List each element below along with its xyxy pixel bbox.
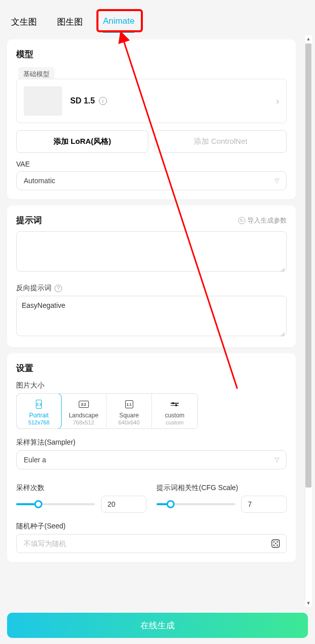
tab-animate[interactable]: Animate: [100, 12, 137, 32]
sliders-icon: [171, 403, 179, 406]
import-label: 导入生成参数: [247, 216, 287, 225]
help-icon[interactable]: ?: [55, 285, 62, 292]
sampler-value: Euler a: [24, 456, 46, 464]
cfg-label: 提示词相关性(CFG Scale): [156, 484, 287, 493]
size-option-custom[interactable]: customcustom: [152, 394, 197, 428]
svg-point-6: [277, 545, 278, 546]
model-name: SD 1.5: [70, 96, 95, 105]
size-option-landscape[interactable]: 3:2Landscape768x512: [61, 394, 107, 428]
size-name: Square: [109, 412, 149, 419]
aspect-ratio-icon: 2:3: [36, 400, 42, 409]
cfg-slider[interactable]: [156, 499, 235, 510]
add-controlnet-button[interactable]: 添加 ControlNet: [154, 130, 287, 153]
size-dimensions: 512x768: [19, 419, 59, 425]
size-name: Landscape: [63, 412, 104, 419]
svg-point-2: [273, 541, 275, 543]
negative-prompt-input[interactable]: [16, 296, 287, 336]
section-title-model: 模型: [16, 48, 287, 60]
image-size-label: 图片大小: [16, 381, 287, 390]
seed-input[interactable]: [16, 534, 287, 553]
svg-point-3: [277, 541, 278, 543]
prompt-input[interactable]: [16, 231, 287, 272]
steps-input[interactable]: [101, 496, 146, 513]
svg-point-5: [273, 545, 275, 546]
svg-point-4: [275, 543, 277, 545]
aspect-ratio-icon: 1:1: [125, 400, 133, 408]
cfg-input[interactable]: [241, 496, 287, 513]
base-model-label: 基础模型: [18, 67, 55, 79]
tab-img2img[interactable]: 图生图: [54, 12, 86, 32]
chevron-down-icon: ▽: [275, 177, 279, 184]
size-option-square[interactable]: 1:1Square640x640: [107, 394, 152, 428]
seed-label: 随机种子(Seed): [16, 522, 287, 531]
vae-selector[interactable]: Automatic ▽: [16, 171, 287, 190]
sampler-selector[interactable]: Euler a ▽: [16, 450, 287, 469]
generate-button[interactable]: 在线生成: [7, 613, 308, 638]
size-name: custom: [154, 412, 195, 419]
steps-slider[interactable]: [16, 499, 95, 510]
size-dimensions: 640x640: [109, 419, 149, 425]
scrollbar-down-button[interactable]: ▼: [305, 600, 312, 607]
size-option-portrait[interactable]: 2:3Portrait512x768: [16, 393, 62, 429]
vae-label: VAE: [16, 160, 287, 168]
dice-icon[interactable]: [271, 539, 281, 549]
section-title-prompt: 提示词: [16, 214, 42, 226]
add-lora-button[interactable]: 添加 LoRA(风格): [16, 130, 148, 153]
vae-value: Automatic: [24, 177, 55, 185]
info-icon[interactable]: i: [99, 97, 107, 105]
tab-txt2img[interactable]: 文生图: [8, 12, 40, 32]
scrollbar-thumb[interactable]: [305, 43, 311, 488]
section-title-settings: 设置: [16, 362, 287, 374]
model-thumbnail: [24, 86, 62, 116]
chevron-down-icon: ▽: [275, 456, 279, 463]
size-dimensions: 768x512: [63, 419, 104, 425]
import-params-button[interactable]: ↻ 导入生成参数: [238, 216, 287, 225]
size-name: Portrait: [19, 412, 59, 419]
steps-label: 采样次数: [16, 484, 146, 493]
negative-prompt-label: 反向提示词: [16, 284, 51, 293]
model-selector[interactable]: SD 1.5 i ›: [16, 79, 287, 123]
sampler-label: 采样算法(Sampler): [16, 438, 287, 447]
aspect-ratio-icon: 3:2: [79, 401, 89, 408]
import-icon: ↻: [238, 217, 245, 224]
chevron-right-icon: ›: [276, 96, 279, 106]
size-dimensions: custom: [154, 419, 195, 425]
